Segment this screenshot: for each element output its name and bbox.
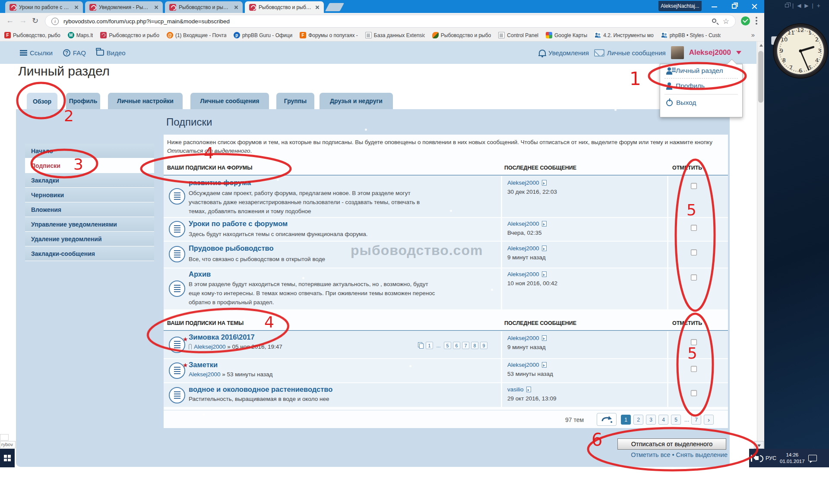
lastpost-user-link[interactable]: Aleksej2000 <box>507 180 539 186</box>
topic-page-button[interactable]: 7 <box>462 342 469 349</box>
subscription-checkbox[interactable] <box>691 249 697 255</box>
scrollbar[interactable] <box>757 41 764 441</box>
username-menu[interactable]: Aleksej2000 <box>689 48 731 57</box>
bookmark-item[interactable]: Google Карты <box>546 32 587 38</box>
volume-icon[interactable] <box>756 456 759 460</box>
browser-tab-1[interactable]: Уроки по работе с фору <box>5 1 83 13</box>
mark-all-link[interactable]: Отметить все <box>631 451 670 458</box>
bookmark-item[interactable]: FФорумы о попугаях - <box>300 32 358 38</box>
topic-page-button[interactable]: 6 <box>453 342 460 349</box>
bookmarks-overflow-icon[interactable]: » <box>751 31 755 38</box>
page-button[interactable]: 3 <box>646 415 656 425</box>
chrome-profile-badge[interactable]: AleksejNachtaj... <box>658 1 702 11</box>
zoom-icon[interactable] <box>712 19 716 23</box>
forum-link[interactable]: Прудовое рыбоводство <box>189 244 274 252</box>
topic-link[interactable]: водное и околоводное растениеводство <box>189 385 332 394</box>
minimize-button[interactable] <box>705 0 725 13</box>
tab-groups[interactable]: Группы <box>276 93 314 109</box>
page-button[interactable]: 7 <box>691 415 701 425</box>
page-button[interactable]: 5 <box>671 415 681 425</box>
start-button[interactable] <box>0 449 15 467</box>
sidebar-item-attachments[interactable]: Вложения <box>25 202 154 217</box>
tray-partial-icon[interactable] <box>751 455 752 462</box>
bookmark-item[interactable]: pphpBB Guru - Офици <box>234 32 292 38</box>
sidebar-item-delete-notifications[interactable]: Удаление уведомлений <box>25 232 154 246</box>
bookmark-star-icon[interactable]: ☆ <box>723 17 729 26</box>
bookmark-item[interactable]: MMaps.lt <box>68 32 93 38</box>
browser-tab-3[interactable]: Рыбоводство и рыбора <box>165 1 243 13</box>
links-menu[interactable]: Ссылки <box>20 49 53 57</box>
page-button[interactable]: 2 <box>633 415 643 425</box>
topic-page-button[interactable]: 5 <box>444 342 451 349</box>
language-indicator[interactable]: РУС <box>766 455 776 461</box>
back-icon[interactable]: ← <box>6 16 14 25</box>
bookmark-item[interactable]: Control Panel <box>498 32 538 38</box>
goto-lastpost-icon[interactable] <box>542 221 547 227</box>
goto-lastpost-icon[interactable] <box>526 387 531 392</box>
sidebar-item-subscriptions[interactable]: Подписки <box>25 158 154 173</box>
restore-button[interactable] <box>725 0 744 13</box>
lastpost-user-link[interactable]: Aleksej2000 <box>507 245 539 252</box>
page-info-icon[interactable]: i <box>51 18 59 25</box>
tab-close-icon[interactable] <box>233 4 239 10</box>
page-jump-button[interactable] <box>597 413 617 426</box>
menu-item-logout[interactable]: Выход <box>660 96 742 109</box>
gadgets-icon[interactable] <box>785 4 789 7</box>
sidebar-item-start[interactable]: Начало <box>25 144 154 158</box>
lastpost-user-link[interactable]: Aleksej2000 <box>507 362 539 368</box>
lastpost-user-link[interactable]: Aleksej2000 <box>507 220 539 227</box>
taskbar-clock[interactable]: 14:26 01.01.2017 <box>780 452 805 465</box>
goto-lastpost-icon[interactable] <box>542 271 547 277</box>
lastpost-user-link[interactable]: Aleksej2000 <box>507 271 539 277</box>
bookmark-item[interactable]: База данных Extensio <box>365 32 425 38</box>
topic-page-button[interactable]: 9 <box>480 342 487 349</box>
menu-item-profile[interactable]: Профиль <box>660 79 742 92</box>
next-page-button[interactable]: › <box>704 415 714 425</box>
browser-tab-4-active[interactable]: Рыбоводство и рыбора <box>245 1 324 13</box>
scroll-down-icon[interactable] <box>754 441 764 449</box>
forum-link[interactable]: развитие форума <box>189 179 251 187</box>
page-button-current[interactable]: 1 <box>621 415 631 425</box>
goto-lastpost-icon[interactable] <box>542 180 547 186</box>
video-link[interactable]: Видео <box>96 49 126 57</box>
tab-friends-foes[interactable]: Друзья и недруги <box>320 93 393 109</box>
chrome-menu-icon[interactable] <box>756 17 757 19</box>
forum-link[interactable]: Архив <box>189 270 211 278</box>
bookmark-item[interactable]: phpBB • Styles - Custo <box>661 32 721 38</box>
goto-lastpost-icon[interactable] <box>542 246 547 251</box>
scroll-up-icon[interactable] <box>759 44 763 47</box>
notifications-link[interactable]: Уведомления <box>539 49 589 57</box>
forum-link[interactable]: Уроки по работе с форумом <box>189 220 288 228</box>
sidebar-item-manage-notifications[interactable]: Управление уведомлениями <box>25 217 154 232</box>
next-icon[interactable]: ▶ <box>804 3 808 9</box>
goto-lastpost-icon[interactable] <box>542 362 547 368</box>
subscription-checkbox[interactable] <box>691 225 697 231</box>
action-center-icon[interactable] <box>808 455 817 461</box>
bookmark-item[interactable]: FРыбоводство, рыбо <box>4 32 60 38</box>
lastpost-user-link[interactable]: vasilio <box>507 386 524 393</box>
address-bar[interactable]: i rybovodstvo.com/forum/ucp.php?i=ucp_ma… <box>45 15 736 28</box>
subscription-checkbox[interactable] <box>691 366 697 372</box>
reload-icon[interactable]: ↻ <box>32 16 38 25</box>
unsubscribe-button[interactable]: Отписаться от выделенного <box>617 438 726 450</box>
avatar[interactable] <box>671 46 684 59</box>
sidebar-item-post-bookmarks[interactable]: Закладки-сообщения <box>25 246 154 261</box>
page-button[interactable]: 4 <box>658 415 668 425</box>
bookmark-item[interactable]: Рыбоводство и рыбо <box>432 32 491 38</box>
subscription-checkbox[interactable] <box>691 274 697 280</box>
faq-link[interactable]: ?FAQ <box>63 49 86 57</box>
url-text[interactable]: rybovodstvo.com/forum/ucp.php?i=ucp_main… <box>63 18 230 25</box>
close-button[interactable] <box>744 0 764 13</box>
topic-link[interactable]: Зимовка 2016\2017 <box>189 333 255 341</box>
tab-preferences[interactable]: Личные настройки <box>108 93 183 109</box>
subscription-checkbox[interactable] <box>691 183 697 189</box>
tab-close-icon[interactable] <box>153 4 159 10</box>
extension-check-icon[interactable] <box>741 16 750 25</box>
subscription-checkbox[interactable] <box>691 390 697 396</box>
add-gadget-icon[interactable]: + <box>817 2 820 9</box>
tab-close-icon[interactable] <box>73 4 79 10</box>
topic-author-link[interactable]: Aleksej2000 <box>194 343 226 350</box>
topic-author-link[interactable]: Aleksej2000 <box>189 371 221 378</box>
new-tab-button[interactable] <box>325 3 344 11</box>
tab-overview[interactable]: Обзор <box>27 93 57 110</box>
